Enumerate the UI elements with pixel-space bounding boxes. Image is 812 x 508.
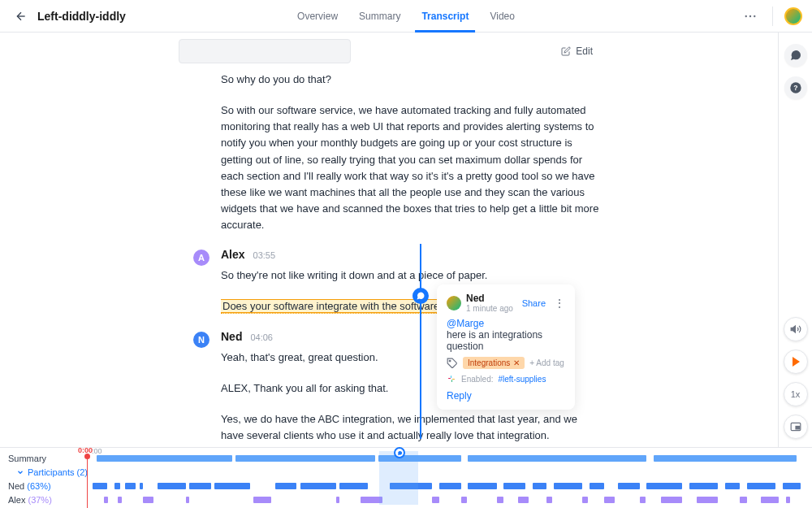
share-button[interactable]: Share xyxy=(522,298,546,308)
divider xyxy=(772,7,773,26)
reply-button[interactable]: Reply xyxy=(447,390,565,402)
svg-point-1 xyxy=(749,15,751,16)
comment-body: here is an integrations question xyxy=(447,329,542,352)
speaker-avatar-alex: A xyxy=(193,250,209,266)
speaker-name: Alex xyxy=(221,248,245,261)
transcript-text[interactable]: So with our software service, we have au… xyxy=(221,102,601,233)
speed-button[interactable]: 1x xyxy=(784,382,808,406)
add-tag-button[interactable]: + Add tag xyxy=(529,358,564,367)
right-rail: ? 1x xyxy=(778,33,812,447)
tab-overview[interactable]: Overview xyxy=(296,2,339,30)
timeline: 0:00 :00 Summary Participants (2) Ned (6… xyxy=(0,447,812,508)
svg-rect-11 xyxy=(448,378,451,379)
ned-track-label: Ned (63%) xyxy=(8,481,89,491)
svg-rect-13 xyxy=(452,379,455,380)
tab-summary[interactable]: Summary xyxy=(357,2,402,30)
back-button[interactable] xyxy=(10,5,32,28)
comment-thread-marker[interactable] xyxy=(412,288,429,304)
edit-label: Edit xyxy=(576,46,593,57)
search-input[interactable] xyxy=(179,39,351,63)
svg-text:?: ? xyxy=(793,84,797,92)
tag-icon xyxy=(447,358,458,369)
svg-rect-12 xyxy=(451,376,451,378)
ned-track[interactable] xyxy=(89,481,804,491)
svg-marker-5 xyxy=(791,326,795,332)
help-rail-button[interactable]: ? xyxy=(784,76,807,99)
tag-chip[interactable]: Integrations ✕ xyxy=(463,357,525,369)
speaker-avatar-ned: N xyxy=(193,332,209,348)
playhead[interactable] xyxy=(87,456,88,508)
svg-rect-7 xyxy=(796,426,800,429)
pip-button[interactable] xyxy=(784,415,808,439)
alex-track-label: Alex (37%) xyxy=(8,495,89,505)
page-title: Left-diddly-iddly xyxy=(37,10,126,23)
volume-button[interactable] xyxy=(784,317,808,341)
transcript-text[interactable]: Yes, we do have the ABC integration, we … xyxy=(221,411,601,444)
alex-track[interactable] xyxy=(89,495,804,505)
tab-transcript[interactable]: Transcript xyxy=(420,2,470,30)
participants-label: Participants (2) xyxy=(28,467,88,477)
comments-rail-button[interactable] xyxy=(784,44,807,67)
summary-track-label: Summary xyxy=(8,454,89,463)
tab-video[interactable]: Video xyxy=(488,2,516,30)
user-avatar[interactable] xyxy=(784,7,802,25)
speaker-name: Ned xyxy=(221,330,242,343)
play-icon xyxy=(793,357,800,367)
timestamp[interactable]: 04:06 xyxy=(250,332,273,342)
remove-tag-icon[interactable]: ✕ xyxy=(513,358,520,367)
tag-label: Integrations xyxy=(468,358,510,367)
comment-thread-line xyxy=(420,244,421,439)
more-menu-button[interactable] xyxy=(740,6,761,27)
slack-icon xyxy=(447,374,456,384)
comment-author-avatar xyxy=(447,296,461,310)
comment-more-icon[interactable]: ⋮ xyxy=(554,297,565,309)
svg-point-10 xyxy=(449,360,451,362)
play-button[interactable] xyxy=(784,350,808,374)
transcript-text[interactable]: So they're not like writing it down and … xyxy=(221,267,601,284)
timestamp[interactable]: 03:55 xyxy=(253,250,276,260)
speed-label: 1x xyxy=(791,389,801,399)
edit-button[interactable]: Edit xyxy=(553,41,601,62)
comment-card: Ned 1 minute ago Share ⋮ @Marge here is … xyxy=(437,284,575,410)
svg-point-2 xyxy=(754,15,755,16)
svg-point-0 xyxy=(745,15,747,16)
svg-rect-14 xyxy=(451,380,452,382)
comment-time: 1 minute ago xyxy=(466,304,513,313)
timeline-comment-marker[interactable] xyxy=(394,447,405,458)
summary-track[interactable] xyxy=(89,454,804,463)
timeline-highlight-region[interactable] xyxy=(379,451,418,505)
transcript-text[interactable]: So why do you do that? xyxy=(221,72,601,88)
slack-channel-link[interactable]: #left-supplies xyxy=(498,375,546,384)
mention[interactable]: @Marge xyxy=(447,318,484,329)
participants-toggle[interactable]: Participants (2) xyxy=(16,467,88,477)
comment-author-name: Ned xyxy=(466,293,513,304)
slack-enabled-label: Enabled: xyxy=(461,375,493,384)
